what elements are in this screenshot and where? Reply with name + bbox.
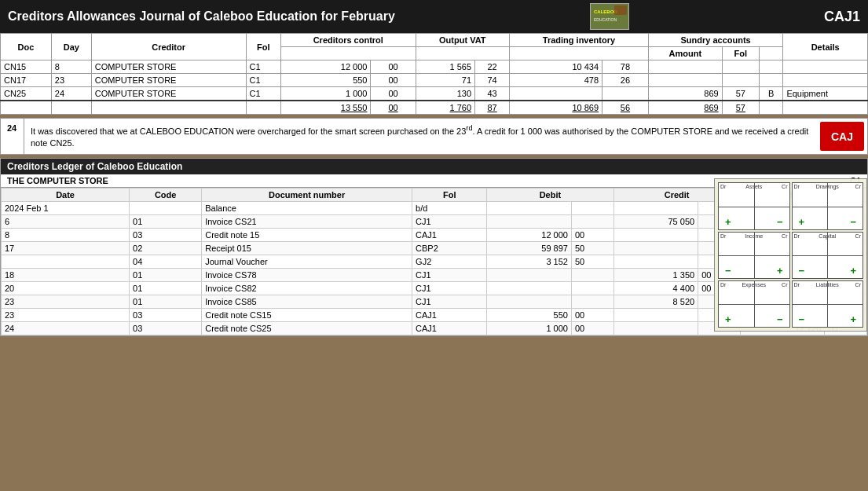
j3-ti-c — [602, 87, 649, 101]
tot-empty3 — [91, 101, 246, 115]
j1-sa — [648, 60, 722, 74]
tot-ti-c: 56 — [602, 101, 649, 115]
lr-fol: CAJ1 — [412, 322, 487, 335]
lr-date: 24 — [2, 322, 130, 335]
j1-fol: C1 — [246, 60, 281, 74]
j1-ti-c: 78 — [602, 60, 649, 74]
j1-sa-d — [760, 60, 783, 74]
j2-ti-c: 26 — [602, 74, 649, 87]
lr-doc: Credit note CS25 — [202, 322, 412, 335]
col-creditor: Creditor — [91, 34, 246, 60]
col-day: Day — [51, 34, 91, 60]
j1-day: 8 — [51, 60, 91, 74]
lr-fol: CAJ1 — [412, 229, 487, 242]
lr-code: 02 — [130, 242, 202, 255]
lh-code: Code — [130, 189, 202, 202]
j1-vat: 1 565 — [416, 60, 475, 74]
lr-fol: b/d — [412, 202, 487, 215]
j1-vat-c: 22 — [475, 60, 510, 74]
lr-debit — [487, 269, 572, 282]
t-capital: Dr Capital Cr − + — [792, 232, 864, 279]
lr-doc: Journal Voucher — [202, 255, 412, 269]
j2-cc-c: 00 — [371, 74, 416, 87]
t-expenses: Dr Expenses Cr + − — [718, 280, 790, 328]
note-badge: CAJ — [820, 122, 864, 151]
lr-credit — [613, 255, 698, 269]
t-drawings: Dr Drawings Cr + − — [792, 182, 864, 229]
lr-debit: 59 897 — [487, 242, 572, 255]
lr-doc: Balance — [202, 202, 412, 215]
lr-doc: Invoice CS85 — [202, 295, 412, 309]
col-ti-sub — [510, 47, 649, 60]
lr-credit: 1 350 — [613, 269, 698, 282]
lr-credit — [613, 309, 698, 322]
tot-empty6 — [783, 101, 868, 115]
lr-debit — [487, 282, 572, 295]
j2-ti: 478 — [510, 74, 602, 87]
lh-docnum: Document number — [202, 189, 412, 202]
note-section: 24 It was discovered that we at CALEBOO … — [0, 118, 868, 155]
lr-d2: 00 — [571, 229, 613, 242]
j1-cc-c: 00 — [371, 60, 416, 74]
tot-sa: 869 — [648, 101, 722, 115]
j2-fol: C1 — [246, 74, 281, 87]
col-sa-fol: Fol — [722, 47, 759, 60]
j3-fol: C1 — [246, 87, 281, 101]
t-account-graphic: Dr Assets Cr + − Dr Drawings Cr + − Dr I… — [714, 178, 867, 332]
journal-ref: CAJ1 — [824, 9, 860, 25]
j3-cc-c: 00 — [371, 87, 416, 101]
logo: CALEBOO EDUCATION — [590, 3, 629, 30]
t-liabilities: Dr Liabilities Cr − + — [792, 280, 864, 328]
lr-code: 01 — [130, 282, 202, 295]
lr-debit: 3 152 — [487, 255, 572, 269]
lr-credit: 75 050 — [613, 215, 698, 229]
col-creditors-control: Creditors control — [281, 34, 416, 47]
tot-empty1 — [1, 101, 52, 115]
j2-creditor: COMPUTER STORE — [91, 74, 246, 87]
lr-code: 01 — [130, 215, 202, 229]
j2-vat: 71 — [416, 74, 475, 87]
lh-debit: Debit — [487, 189, 613, 202]
j2-vat-c: 74 — [475, 74, 510, 87]
lr-date: 23 — [2, 295, 130, 309]
page-header: Creditors Allowances Journal of Caleboo … — [0, 0, 868, 33]
lr-debit: 12 000 — [487, 229, 572, 242]
j2-sa-d — [760, 74, 783, 87]
col-output-vat: Output VAT — [416, 34, 510, 47]
j1-details — [783, 60, 868, 74]
lr-d2 — [571, 215, 613, 229]
lr-fol: CJ1 — [412, 295, 487, 309]
lr-code — [130, 202, 202, 215]
lr-debit: 550 — [487, 309, 572, 322]
col-fol: Fol — [246, 34, 281, 60]
lr-d2 — [571, 282, 613, 295]
lr-fol: GJ2 — [412, 255, 487, 269]
j2-cc: 550 — [281, 74, 371, 87]
lr-debit — [487, 202, 572, 215]
lr-date: 2024 Feb 1 — [2, 202, 130, 215]
lh-fol: Fol — [412, 189, 487, 202]
lr-doc: Credit note 15 — [202, 229, 412, 242]
svg-rect-3 — [614, 5, 627, 15]
journal-row-3: CN25 24 COMPUTER STORE C1 1 000 00 130 4… — [1, 87, 868, 101]
j1-ti: 10 434 — [510, 60, 602, 74]
j3-vat: 130 — [416, 87, 475, 101]
col-doc: Doc — [1, 34, 52, 60]
lr-credit — [613, 242, 698, 255]
lr-d2: 00 — [571, 322, 613, 335]
lr-doc: Credit note CS15 — [202, 309, 412, 322]
j3-cc: 1 000 — [281, 87, 371, 101]
col-details: Details — [783, 34, 868, 60]
tot-ti: 10 869 — [510, 101, 602, 115]
j1-cc: 12 000 — [281, 60, 371, 74]
col-sa-amount: Amount — [648, 47, 722, 60]
tot-cc: 13 550 — [281, 101, 371, 115]
lr-fol: CJ1 — [412, 215, 487, 229]
note-text1: It was discovered that we at CALEBOO EDU… — [31, 126, 466, 136]
t-assets: Dr Assets Cr + − — [718, 182, 790, 229]
j3-creditor: COMPUTER STORE — [91, 87, 246, 101]
journal-row-2: CN17 23 COMPUTER STORE C1 550 00 71 74 4… — [1, 74, 868, 87]
lr-doc: Invoice CS21 — [202, 215, 412, 229]
lr-d2: 50 — [571, 255, 613, 269]
lr-credit — [613, 322, 698, 335]
